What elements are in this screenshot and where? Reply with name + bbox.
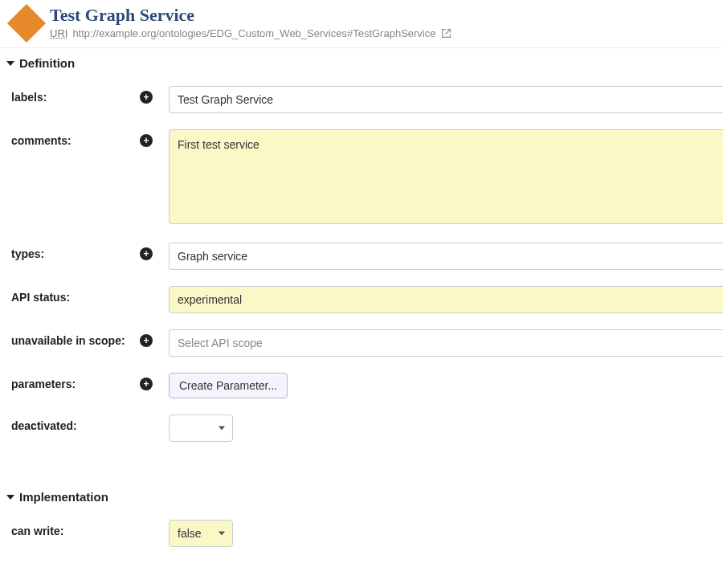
scope-placeholder: Select API scope <box>178 337 263 349</box>
section-header-implementation[interactable]: Implementation <box>0 487 723 512</box>
uri-label: URI <box>50 27 67 39</box>
uri-value: http://example.org/ontologies/EDG_Custom… <box>72 27 435 39</box>
label-labels: labels: <box>11 86 140 104</box>
label-deactivated: deactivated: <box>11 414 140 432</box>
add-labels-button[interactable]: + <box>140 91 153 104</box>
label-api-status: API status: <box>11 286 140 304</box>
label-comments: comments: <box>11 129 140 147</box>
section-header-definition[interactable]: Definition <box>0 53 723 78</box>
row-types: types: + <box>0 235 723 278</box>
add-comments-button[interactable]: + <box>140 134 153 147</box>
external-link-icon[interactable] <box>440 28 451 39</box>
caret-down-icon <box>6 61 14 66</box>
comments-textarea[interactable]: First test service <box>169 129 723 224</box>
row-api-status: API status: <box>0 278 723 321</box>
section-definition: Definition labels: + comments: + First t… <box>0 47 723 450</box>
section-title: Definition <box>19 56 75 70</box>
row-deactivated: deactivated: <box>0 406 723 450</box>
deactivated-select[interactable] <box>169 414 233 442</box>
label-parameters: parameters: <box>11 373 140 390</box>
section-implementation: Implementation can write: false <box>0 482 723 555</box>
label-types: types: <box>11 243 140 260</box>
row-unavailable-in-scope: unavailable in scope: + Select API scope <box>0 321 723 365</box>
can-write-select[interactable]: false <box>169 520 233 547</box>
row-can-write: can write: false <box>0 512 723 555</box>
api-status-input[interactable] <box>169 286 723 313</box>
row-labels: labels: + <box>0 78 723 121</box>
header-text: Test Graph Service URI http://example.or… <box>50 5 451 39</box>
unavailable-in-scope-select[interactable]: Select API scope <box>169 329 723 357</box>
labels-input[interactable] <box>169 86 723 113</box>
row-comments: comments: + First test service <box>0 121 723 235</box>
section-title: Implementation <box>19 490 108 504</box>
service-icon <box>7 4 46 43</box>
add-types-button[interactable]: + <box>140 247 153 260</box>
add-scope-button[interactable]: + <box>140 334 153 347</box>
add-parameters-button[interactable]: + <box>140 378 153 390</box>
create-parameter-button[interactable]: Create Parameter... <box>169 373 288 398</box>
page-header: Test Graph Service URI http://example.or… <box>0 0 723 47</box>
page-title: Test Graph Service <box>50 5 451 26</box>
uri-row: URI http://example.org/ontologies/EDG_Cu… <box>50 27 451 39</box>
label-can-write: can write: <box>11 520 140 537</box>
caret-down-icon <box>6 495 14 500</box>
label-unavailable-in-scope: unavailable in scope: <box>11 329 140 347</box>
row-parameters: parameters: + Create Parameter... <box>0 365 723 406</box>
types-input[interactable] <box>169 243 723 270</box>
